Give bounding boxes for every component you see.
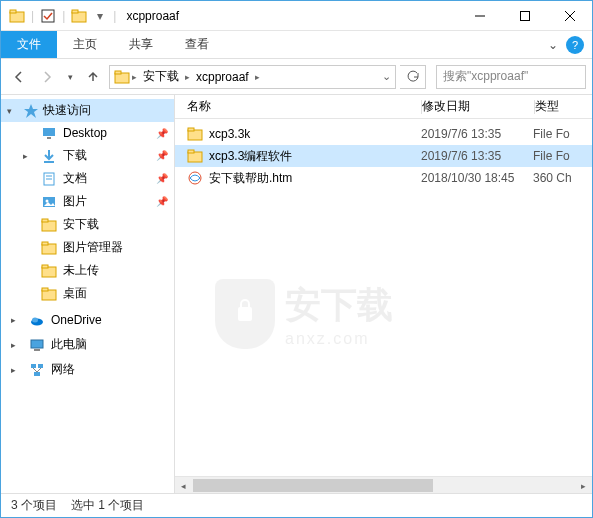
svg-rect-21 xyxy=(42,219,48,222)
chevron-right-icon[interactable]: ▸ xyxy=(255,72,260,82)
chevron-right-icon[interactable]: ▸ xyxy=(23,151,35,161)
column-type[interactable]: 类型 xyxy=(535,98,592,115)
file-date: 2018/10/30 18:45 xyxy=(421,171,533,185)
sidebar-item-label: 安下载 xyxy=(63,216,99,233)
file-tab[interactable]: 文件 xyxy=(1,31,57,58)
forward-button[interactable] xyxy=(35,65,59,89)
svg-rect-30 xyxy=(31,340,43,348)
htm-icon xyxy=(187,170,203,186)
tab-share[interactable]: 共享 xyxy=(113,31,169,58)
column-date[interactable]: 修改日期 xyxy=(422,98,534,115)
address-dropdown-icon[interactable]: ⌄ xyxy=(382,70,391,83)
column-name[interactable]: 名称 xyxy=(183,98,421,115)
sidebar-item-label: 文档 xyxy=(63,170,87,187)
sidebar-item-label: 网络 xyxy=(51,361,75,378)
sidebar-item-label: 图片 xyxy=(63,193,87,210)
svg-rect-38 xyxy=(188,128,194,131)
watermark: 安下载 anxz.com xyxy=(215,279,393,349)
sidebar-item-label: 快速访问 xyxy=(43,102,91,119)
search-input[interactable]: 搜索"xcpproaaf" xyxy=(436,65,586,89)
scrollbar-thumb[interactable] xyxy=(193,479,433,492)
chevron-down-icon[interactable]: ▾ xyxy=(7,106,19,116)
svg-rect-6 xyxy=(520,11,529,20)
recent-dropdown[interactable]: ▾ xyxy=(63,65,77,89)
statusbar: 3 个项目 选中 1 个项目 xyxy=(1,493,592,517)
svg-rect-23 xyxy=(42,242,48,245)
close-button[interactable] xyxy=(547,1,592,31)
svg-rect-12 xyxy=(43,128,55,136)
svg-rect-2 xyxy=(42,10,54,22)
file-date: 2019/7/6 13:35 xyxy=(421,127,533,141)
breadcrumb-item[interactable]: xcpproaaf xyxy=(192,70,253,84)
sidebar-item-folder[interactable]: 图片管理器 xyxy=(1,236,174,259)
svg-rect-27 xyxy=(42,288,48,291)
file-list[interactable]: xcp3.3k 2019/7/6 13:35 File Fo xcp3.3编程软… xyxy=(175,119,592,476)
tab-view[interactable]: 查看 xyxy=(169,31,225,58)
table-row[interactable]: 安下载帮助.htm 2018/10/30 18:45 360 Ch xyxy=(175,167,592,189)
nav-row: ▾ ▸ 安下载 ▸ xcpproaaf ▸ ⌄ 搜索"xcpproaaf" xyxy=(1,59,592,95)
sidebar-item-folder[interactable]: 未上传 xyxy=(1,259,174,282)
folder-icon xyxy=(114,69,130,85)
scroll-right-icon[interactable]: ▸ xyxy=(575,477,592,493)
svg-rect-40 xyxy=(188,150,194,153)
scroll-left-icon[interactable]: ◂ xyxy=(175,477,192,493)
address-bar[interactable]: ▸ 安下载 ▸ xcpproaaf ▸ ⌄ xyxy=(109,65,396,89)
svg-rect-1 xyxy=(10,10,16,13)
file-type: 360 Ch xyxy=(533,171,592,185)
separator: | xyxy=(113,9,116,23)
folder-icon xyxy=(41,240,57,256)
ribbon: 文件 主页 共享 查看 ⌄ ? xyxy=(1,31,592,59)
sidebar-item-onedrive[interactable]: ▸ OneDrive xyxy=(1,309,174,331)
horizontal-scrollbar[interactable]: ◂ ▸ xyxy=(175,476,592,493)
chevron-right-icon[interactable]: ▸ xyxy=(11,315,23,325)
sidebar-item-folder[interactable]: 安下载 xyxy=(1,213,174,236)
column-headers: 名称 修改日期 类型 xyxy=(175,95,592,119)
table-row[interactable]: xcp3.3k 2019/7/6 13:35 File Fo xyxy=(175,123,592,145)
chevron-right-icon[interactable]: ▸ xyxy=(132,72,137,82)
breadcrumb-item[interactable]: 安下载 xyxy=(139,68,183,85)
minimize-button[interactable] xyxy=(457,1,502,31)
svg-point-29 xyxy=(32,318,38,323)
shield-icon xyxy=(215,279,275,349)
folder-window-icon xyxy=(9,8,25,24)
help-icon[interactable]: ? xyxy=(566,36,584,54)
qat-overflow[interactable]: ▾ xyxy=(93,9,107,23)
sidebar-item-pictures[interactable]: 图片 📌 xyxy=(1,190,174,213)
sidebar-item-network[interactable]: ▸ 网络 xyxy=(1,358,174,381)
checkbox-icon[interactable] xyxy=(40,8,56,24)
pc-icon xyxy=(29,337,45,353)
tab-home[interactable]: 主页 xyxy=(57,31,113,58)
file-type: File Fo xyxy=(533,127,592,141)
sidebar-item-folder[interactable]: 桌面 xyxy=(1,282,174,305)
separator: | xyxy=(62,9,65,23)
sidebar-item-desktop[interactable]: Desktop 📌 xyxy=(1,122,174,144)
file-name: xcp3.3编程软件 xyxy=(209,148,292,165)
sidebar: ▾ 快速访问 Desktop 📌 ▸ 下载 📌 xyxy=(1,95,175,493)
folder-icon xyxy=(187,126,203,142)
refresh-button[interactable] xyxy=(400,65,426,89)
file-name: xcp3.3k xyxy=(209,127,250,141)
star-icon xyxy=(23,103,39,119)
svg-rect-25 xyxy=(42,265,48,268)
folder-small-icon[interactable] xyxy=(71,8,87,24)
chevron-right-icon[interactable]: ▸ xyxy=(185,72,190,82)
sidebar-quick-access[interactable]: ▾ 快速访问 xyxy=(1,99,174,122)
svg-rect-31 xyxy=(34,349,40,351)
chevron-right-icon[interactable]: ▸ xyxy=(11,365,23,375)
back-button[interactable] xyxy=(7,65,31,89)
sidebar-item-downloads[interactable]: ▸ 下载 📌 xyxy=(1,144,174,167)
pin-icon: 📌 xyxy=(156,150,168,161)
ribbon-expand-icon[interactable]: ⌄ xyxy=(548,38,558,52)
sidebar-item-label: 未上传 xyxy=(63,262,99,279)
sidebar-item-documents[interactable]: 文档 📌 xyxy=(1,167,174,190)
sidebar-item-thispc[interactable]: ▸ 此电脑 xyxy=(1,333,174,356)
svg-rect-32 xyxy=(31,364,36,368)
up-button[interactable] xyxy=(81,65,105,89)
svg-rect-4 xyxy=(72,10,78,13)
svg-line-36 xyxy=(37,368,41,372)
maximize-button[interactable] xyxy=(502,1,547,31)
chevron-right-icon[interactable]: ▸ xyxy=(11,340,23,350)
svg-rect-33 xyxy=(38,364,43,368)
sidebar-item-label: 下载 xyxy=(63,147,87,164)
table-row[interactable]: xcp3.3编程软件 2019/7/6 13:35 File Fo xyxy=(175,145,592,167)
